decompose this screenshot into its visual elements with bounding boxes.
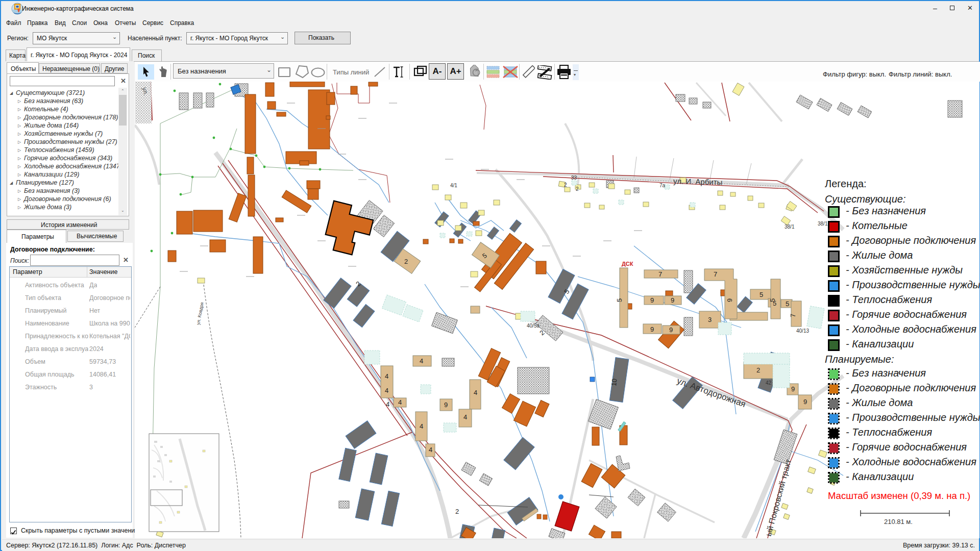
svg-text:7: 7 (789, 314, 797, 317)
svg-text:4: 4 (474, 389, 477, 396)
svg-text:5: 5 (786, 300, 789, 308)
svg-text:2: 2 (404, 258, 408, 265)
svg-text:5: 5 (769, 298, 776, 302)
svg-text:ул. И. Арбиты: ул. И. Арбиты (673, 177, 723, 187)
svg-text:9: 9 (803, 398, 807, 406)
svg-text:4: 4 (429, 446, 432, 454)
svg-text:9: 9 (726, 298, 733, 302)
svg-text:ДСК: ДСК (622, 261, 633, 267)
svg-text:38/1: 38/1 (818, 221, 828, 227)
svg-text:4/1: 4/1 (450, 183, 457, 188)
svg-text:ул. Ковдря: ул. Ковдря (195, 302, 205, 325)
svg-text:40/13: 40/13 (796, 328, 809, 334)
svg-text:40/5а: 40/5а (527, 323, 540, 329)
svg-text:9: 9 (791, 385, 795, 393)
svg-text:2: 2 (576, 186, 579, 192)
svg-text:7: 7 (714, 270, 717, 278)
svg-text:33: 33 (571, 175, 577, 181)
svg-text:10: 10 (610, 379, 618, 387)
svg-text:7: 7 (658, 270, 662, 278)
svg-text:4: 4 (386, 400, 389, 408)
svg-text:7а: 7а (659, 183, 666, 188)
svg-text:9: 9 (444, 401, 448, 409)
svg-text:42: 42 (766, 380, 772, 386)
svg-text:2: 2 (455, 508, 459, 515)
svg-text:9: 9 (650, 296, 654, 304)
svg-text:5: 5 (616, 298, 623, 302)
svg-text:3: 3 (708, 316, 712, 323)
svg-text:9: 9 (669, 326, 673, 334)
svg-text:4: 4 (420, 357, 423, 365)
svg-text:2: 2 (564, 182, 567, 188)
svg-text:4: 4 (398, 398, 402, 406)
svg-text:38/1: 38/1 (785, 224, 795, 230)
svg-text:9: 9 (650, 325, 654, 333)
svg-text:4: 4 (385, 387, 388, 394)
svg-text:4: 4 (420, 422, 423, 430)
svg-text:9: 9 (671, 296, 674, 304)
svg-text:2: 2 (756, 366, 760, 374)
svg-text:4: 4 (463, 413, 467, 421)
svg-text:4: 4 (385, 372, 388, 380)
svg-text:5: 5 (760, 291, 763, 298)
